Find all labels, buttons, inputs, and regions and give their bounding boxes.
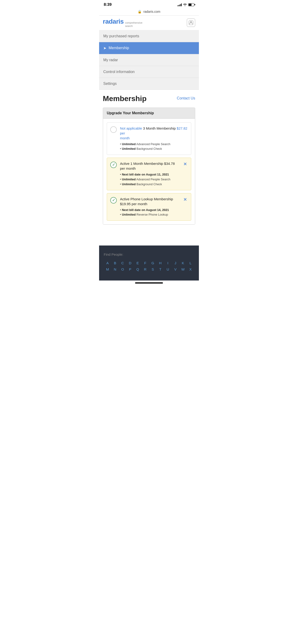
alphabet-grid: ABCDEFGHIJKLMNOPQRSTUVWX bbox=[104, 261, 194, 271]
sidebar-item-my-radar[interactable]: My radar bbox=[99, 54, 199, 66]
user-icon bbox=[188, 20, 194, 25]
alpha-link-o[interactable]: O bbox=[119, 267, 127, 271]
membership-card: Upgrade Your Membership Not applicable 3… bbox=[103, 108, 195, 225]
alpha-link-k[interactable]: K bbox=[179, 261, 187, 265]
plan-close-1month-button[interactable]: ✕ bbox=[182, 161, 188, 167]
plan-check-1month: ✓ bbox=[110, 162, 117, 168]
alpha-link-b[interactable]: B bbox=[111, 261, 119, 265]
plan-row-phonelookup: ✓ Active Phone Lookup Membership $19.95 … bbox=[107, 193, 191, 221]
wifi-icon bbox=[183, 3, 187, 6]
alpha-link-i[interactable]: I bbox=[164, 261, 172, 265]
membership-arrow-icon: ➤ bbox=[103, 46, 106, 50]
alpha-link-a[interactable]: A bbox=[104, 261, 111, 265]
alpha-link-x[interactable]: X bbox=[187, 267, 194, 271]
app-header: radaris comprehensive search bbox=[99, 16, 199, 30]
alpha-link-w[interactable]: W bbox=[179, 267, 187, 271]
sidebar-item-membership[interactable]: ➤ Membership bbox=[99, 42, 199, 54]
sidebar-item-purchased-reports[interactable]: My purchased reports bbox=[99, 30, 199, 42]
url-text: radaris.com bbox=[143, 10, 160, 14]
alpha-link-t[interactable]: T bbox=[157, 267, 164, 271]
status-icons bbox=[178, 3, 194, 6]
plan-info-1month: Active 1 Month Membership $34.78 per mon… bbox=[120, 161, 180, 186]
home-indicator bbox=[99, 280, 199, 285]
status-bar: 8:39 bbox=[99, 0, 199, 8]
nav-menu: My purchased reports ➤ Membership My rad… bbox=[99, 30, 199, 90]
plan-info-phonelookup: Active Phone Lookup Membership $19.95 pe… bbox=[120, 196, 180, 218]
plan-row-1month: ✓ Active 1 Month Membership $34.78 per m… bbox=[107, 158, 191, 190]
user-account-button[interactable] bbox=[187, 18, 195, 27]
page-title: Membership bbox=[103, 94, 146, 103]
plan-check-circle-1month: ✓ bbox=[110, 162, 117, 168]
alpha-link-r[interactable]: R bbox=[142, 267, 149, 271]
alpha-link-s[interactable]: S bbox=[149, 267, 157, 271]
plan-close-phonelookup-button[interactable]: ✕ bbox=[182, 196, 188, 202]
find-people-label: Find People: bbox=[104, 252, 194, 256]
alpha-link-p[interactable]: P bbox=[127, 267, 134, 271]
contact-us-link[interactable]: Contact Us bbox=[177, 94, 195, 100]
plan-check-circle-3month bbox=[110, 126, 117, 133]
plan-detail-phonelookup: • Next bill date on August 14, 2021 • Un… bbox=[120, 208, 180, 218]
address-bar: 🔒 radaris.com bbox=[99, 8, 199, 16]
footer: Find People: ABCDEFGHIJKLMNOPQRSTUVWX bbox=[99, 246, 199, 280]
signal-icon bbox=[178, 3, 182, 6]
alpha-link-f[interactable]: F bbox=[142, 261, 149, 265]
plan-check-circle-phonelookup: ✓ bbox=[110, 197, 117, 204]
main-content: Membership Contact Us Upgrade Your Membe… bbox=[99, 90, 199, 236]
alpha-link-l[interactable]: L bbox=[187, 261, 194, 265]
logo-area: radaris comprehensive search bbox=[103, 18, 143, 28]
plan-detail-1month: • Next bill date on August 11, 2021 • Un… bbox=[120, 172, 180, 186]
alpha-link-v[interactable]: V bbox=[172, 267, 179, 271]
plan-row-3month: Not applicable 3 Month Membership $27.82… bbox=[107, 122, 191, 155]
alpha-link-j[interactable]: J bbox=[172, 261, 179, 265]
sidebar-item-settings[interactable]: Settings bbox=[99, 78, 199, 90]
battery-icon bbox=[188, 3, 194, 6]
alpha-link-g[interactable]: G bbox=[149, 261, 157, 265]
plan-info-3month: Not applicable 3 Month Membership $27.82… bbox=[120, 126, 188, 152]
alpha-link-d[interactable]: D bbox=[127, 261, 134, 265]
plan-status-3month: Not applicable bbox=[120, 126, 142, 130]
sidebar-item-control-information[interactable]: Control information bbox=[99, 66, 199, 78]
logo-subtitle: comprehensive search bbox=[125, 21, 143, 28]
plan-title-3month: Not applicable 3 Month Membership $27.82… bbox=[120, 126, 188, 140]
plan-title-1month: Active 1 Month Membership $34.78 per mon… bbox=[120, 161, 180, 171]
membership-card-header: Upgrade Your Membership bbox=[103, 108, 195, 119]
alpha-link-c[interactable]: C bbox=[119, 261, 127, 265]
lock-icon: 🔒 bbox=[138, 10, 142, 14]
alpha-link-h[interactable]: H bbox=[157, 261, 164, 265]
logo-text: radaris bbox=[103, 18, 124, 25]
plan-check-phonelookup: ✓ bbox=[110, 197, 117, 204]
alpha-link-n[interactable]: N bbox=[111, 267, 119, 271]
membership-card-body: Not applicable 3 Month Membership $27.82… bbox=[103, 119, 195, 225]
plan-detail-3month: • Unlimited Advanced People Search • Unl… bbox=[120, 142, 188, 152]
plan-title-phonelookup: Active Phone Lookup Membership $19.95 pe… bbox=[120, 196, 180, 206]
plan-check-3month bbox=[110, 126, 117, 133]
home-bar bbox=[135, 282, 163, 284]
alpha-link-q[interactable]: Q bbox=[134, 267, 142, 271]
alpha-link-u[interactable]: U bbox=[164, 267, 172, 271]
page-header: Membership Contact Us bbox=[103, 94, 195, 103]
alpha-link-e[interactable]: E bbox=[134, 261, 142, 265]
status-time: 8:39 bbox=[104, 2, 112, 7]
alpha-link-m[interactable]: M bbox=[104, 267, 111, 271]
